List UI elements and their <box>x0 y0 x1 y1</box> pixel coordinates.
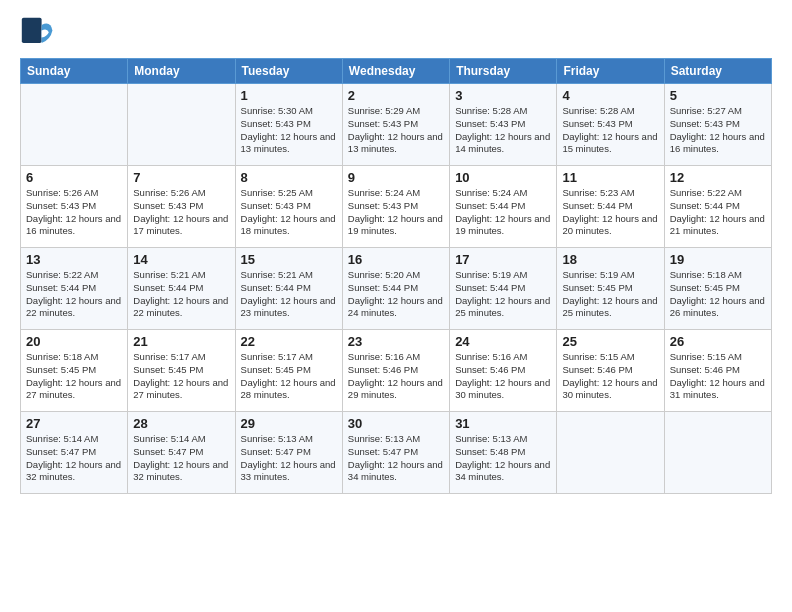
logo-icon <box>20 16 56 52</box>
cell-info: Sunrise: 5:29 AM Sunset: 5:43 PM Dayligh… <box>348 105 444 156</box>
week-row-5: 27Sunrise: 5:14 AM Sunset: 5:47 PM Dayli… <box>21 412 772 494</box>
day-number: 1 <box>241 88 337 103</box>
logo <box>20 16 60 52</box>
day-number: 30 <box>348 416 444 431</box>
day-number: 24 <box>455 334 551 349</box>
cell-info: Sunrise: 5:18 AM Sunset: 5:45 PM Dayligh… <box>26 351 122 402</box>
cell-info: Sunrise: 5:28 AM Sunset: 5:43 PM Dayligh… <box>562 105 658 156</box>
cell-info: Sunrise: 5:22 AM Sunset: 5:44 PM Dayligh… <box>26 269 122 320</box>
cell-info: Sunrise: 5:24 AM Sunset: 5:43 PM Dayligh… <box>348 187 444 238</box>
cell-info: Sunrise: 5:16 AM Sunset: 5:46 PM Dayligh… <box>455 351 551 402</box>
day-number: 17 <box>455 252 551 267</box>
header-cell-friday: Friday <box>557 59 664 84</box>
cell-info: Sunrise: 5:17 AM Sunset: 5:45 PM Dayligh… <box>133 351 229 402</box>
svg-rect-0 <box>22 18 42 43</box>
day-number: 20 <box>26 334 122 349</box>
calendar-cell: 7Sunrise: 5:26 AM Sunset: 5:43 PM Daylig… <box>128 166 235 248</box>
calendar-cell <box>557 412 664 494</box>
cell-info: Sunrise: 5:24 AM Sunset: 5:44 PM Dayligh… <box>455 187 551 238</box>
day-number: 15 <box>241 252 337 267</box>
day-number: 16 <box>348 252 444 267</box>
day-number: 6 <box>26 170 122 185</box>
cell-info: Sunrise: 5:18 AM Sunset: 5:45 PM Dayligh… <box>670 269 766 320</box>
cell-info: Sunrise: 5:15 AM Sunset: 5:46 PM Dayligh… <box>670 351 766 402</box>
calendar-header: SundayMondayTuesdayWednesdayThursdayFrid… <box>21 59 772 84</box>
cell-info: Sunrise: 5:19 AM Sunset: 5:44 PM Dayligh… <box>455 269 551 320</box>
day-number: 18 <box>562 252 658 267</box>
calendar-cell: 14Sunrise: 5:21 AM Sunset: 5:44 PM Dayli… <box>128 248 235 330</box>
calendar-cell: 28Sunrise: 5:14 AM Sunset: 5:47 PM Dayli… <box>128 412 235 494</box>
week-row-3: 13Sunrise: 5:22 AM Sunset: 5:44 PM Dayli… <box>21 248 772 330</box>
page: SundayMondayTuesdayWednesdayThursdayFrid… <box>0 0 792 612</box>
week-row-1: 1Sunrise: 5:30 AM Sunset: 5:43 PM Daylig… <box>21 84 772 166</box>
day-number: 31 <box>455 416 551 431</box>
header-cell-sunday: Sunday <box>21 59 128 84</box>
calendar-cell: 30Sunrise: 5:13 AM Sunset: 5:47 PM Dayli… <box>342 412 449 494</box>
header-cell-wednesday: Wednesday <box>342 59 449 84</box>
calendar-cell <box>664 412 771 494</box>
calendar-cell: 19Sunrise: 5:18 AM Sunset: 5:45 PM Dayli… <box>664 248 771 330</box>
calendar-cell: 12Sunrise: 5:22 AM Sunset: 5:44 PM Dayli… <box>664 166 771 248</box>
calendar-cell: 13Sunrise: 5:22 AM Sunset: 5:44 PM Dayli… <box>21 248 128 330</box>
calendar-cell: 8Sunrise: 5:25 AM Sunset: 5:43 PM Daylig… <box>235 166 342 248</box>
week-row-2: 6Sunrise: 5:26 AM Sunset: 5:43 PM Daylig… <box>21 166 772 248</box>
calendar-cell: 25Sunrise: 5:15 AM Sunset: 5:46 PM Dayli… <box>557 330 664 412</box>
calendar-cell: 23Sunrise: 5:16 AM Sunset: 5:46 PM Dayli… <box>342 330 449 412</box>
header <box>20 16 772 52</box>
day-number: 29 <box>241 416 337 431</box>
day-number: 10 <box>455 170 551 185</box>
header-cell-monday: Monday <box>128 59 235 84</box>
cell-info: Sunrise: 5:20 AM Sunset: 5:44 PM Dayligh… <box>348 269 444 320</box>
day-number: 28 <box>133 416 229 431</box>
calendar-cell: 20Sunrise: 5:18 AM Sunset: 5:45 PM Dayli… <box>21 330 128 412</box>
cell-info: Sunrise: 5:14 AM Sunset: 5:47 PM Dayligh… <box>26 433 122 484</box>
day-number: 13 <box>26 252 122 267</box>
day-number: 27 <box>26 416 122 431</box>
calendar-cell: 15Sunrise: 5:21 AM Sunset: 5:44 PM Dayli… <box>235 248 342 330</box>
cell-info: Sunrise: 5:13 AM Sunset: 5:47 PM Dayligh… <box>348 433 444 484</box>
cell-info: Sunrise: 5:27 AM Sunset: 5:43 PM Dayligh… <box>670 105 766 156</box>
calendar-cell: 27Sunrise: 5:14 AM Sunset: 5:47 PM Dayli… <box>21 412 128 494</box>
day-number: 7 <box>133 170 229 185</box>
day-number: 26 <box>670 334 766 349</box>
calendar-cell: 26Sunrise: 5:15 AM Sunset: 5:46 PM Dayli… <box>664 330 771 412</box>
day-number: 19 <box>670 252 766 267</box>
day-number: 5 <box>670 88 766 103</box>
calendar-cell <box>21 84 128 166</box>
cell-info: Sunrise: 5:16 AM Sunset: 5:46 PM Dayligh… <box>348 351 444 402</box>
cell-info: Sunrise: 5:26 AM Sunset: 5:43 PM Dayligh… <box>133 187 229 238</box>
calendar-cell: 11Sunrise: 5:23 AM Sunset: 5:44 PM Dayli… <box>557 166 664 248</box>
calendar-cell: 5Sunrise: 5:27 AM Sunset: 5:43 PM Daylig… <box>664 84 771 166</box>
day-number: 21 <box>133 334 229 349</box>
calendar-cell <box>128 84 235 166</box>
cell-info: Sunrise: 5:23 AM Sunset: 5:44 PM Dayligh… <box>562 187 658 238</box>
calendar-cell: 10Sunrise: 5:24 AM Sunset: 5:44 PM Dayli… <box>450 166 557 248</box>
header-cell-saturday: Saturday <box>664 59 771 84</box>
calendar-cell: 22Sunrise: 5:17 AM Sunset: 5:45 PM Dayli… <box>235 330 342 412</box>
day-number: 9 <box>348 170 444 185</box>
header-cell-tuesday: Tuesday <box>235 59 342 84</box>
cell-info: Sunrise: 5:22 AM Sunset: 5:44 PM Dayligh… <box>670 187 766 238</box>
day-number: 23 <box>348 334 444 349</box>
calendar-cell: 17Sunrise: 5:19 AM Sunset: 5:44 PM Dayli… <box>450 248 557 330</box>
cell-info: Sunrise: 5:15 AM Sunset: 5:46 PM Dayligh… <box>562 351 658 402</box>
calendar-table: SundayMondayTuesdayWednesdayThursdayFrid… <box>20 58 772 494</box>
day-number: 14 <box>133 252 229 267</box>
cell-info: Sunrise: 5:17 AM Sunset: 5:45 PM Dayligh… <box>241 351 337 402</box>
calendar-cell: 2Sunrise: 5:29 AM Sunset: 5:43 PM Daylig… <box>342 84 449 166</box>
cell-info: Sunrise: 5:13 AM Sunset: 5:48 PM Dayligh… <box>455 433 551 484</box>
cell-info: Sunrise: 5:26 AM Sunset: 5:43 PM Dayligh… <box>26 187 122 238</box>
day-number: 2 <box>348 88 444 103</box>
cell-info: Sunrise: 5:19 AM Sunset: 5:45 PM Dayligh… <box>562 269 658 320</box>
cell-info: Sunrise: 5:13 AM Sunset: 5:47 PM Dayligh… <box>241 433 337 484</box>
calendar-cell: 18Sunrise: 5:19 AM Sunset: 5:45 PM Dayli… <box>557 248 664 330</box>
cell-info: Sunrise: 5:14 AM Sunset: 5:47 PM Dayligh… <box>133 433 229 484</box>
cell-info: Sunrise: 5:28 AM Sunset: 5:43 PM Dayligh… <box>455 105 551 156</box>
day-number: 12 <box>670 170 766 185</box>
calendar-cell: 29Sunrise: 5:13 AM Sunset: 5:47 PM Dayli… <box>235 412 342 494</box>
calendar-cell: 31Sunrise: 5:13 AM Sunset: 5:48 PM Dayli… <box>450 412 557 494</box>
calendar-cell: 21Sunrise: 5:17 AM Sunset: 5:45 PM Dayli… <box>128 330 235 412</box>
day-number: 8 <box>241 170 337 185</box>
day-number: 22 <box>241 334 337 349</box>
day-number: 3 <box>455 88 551 103</box>
